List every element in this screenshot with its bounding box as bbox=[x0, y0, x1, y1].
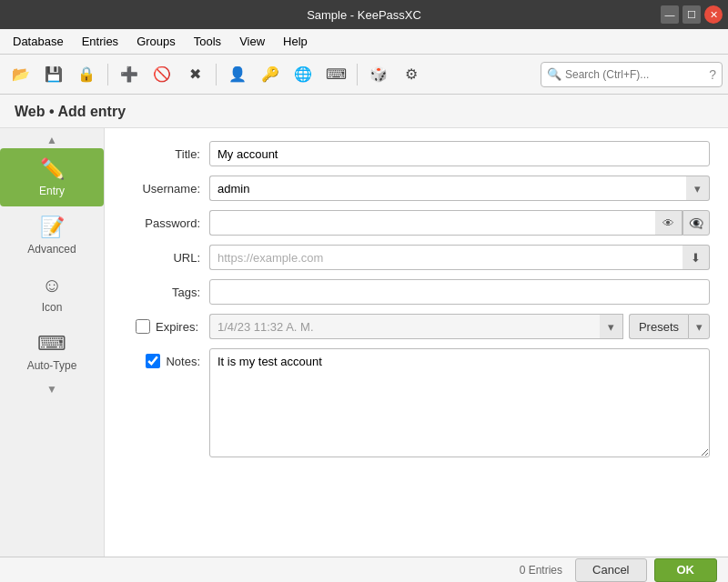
show-password-button[interactable]: 👁 bbox=[655, 210, 682, 236]
notes-textarea[interactable]: It is my test account bbox=[209, 348, 710, 457]
sidebar-scroll-down[interactable]: ▼ bbox=[46, 381, 57, 397]
search-input[interactable] bbox=[565, 68, 705, 81]
toolbar-separator-2 bbox=[216, 64, 217, 85]
form-row-password: Password: 👁 👁‍🗨 bbox=[123, 210, 710, 236]
settings-button[interactable]: ⚙ bbox=[396, 59, 427, 90]
form-row-title: Title: bbox=[123, 141, 710, 166]
globe-button[interactable]: 🌐 bbox=[288, 59, 318, 90]
url-action-button[interactable]: ⬇ bbox=[682, 245, 710, 270]
search-box[interactable]: 🔍 ? bbox=[541, 62, 723, 87]
window-controls: — ☐ ✕ bbox=[661, 5, 723, 24]
expires-input[interactable] bbox=[209, 314, 600, 339]
page-header: Web • Add entry bbox=[0, 95, 728, 128]
menu-bar: Database Entries Groups Tools View Help bbox=[0, 29, 728, 55]
expires-left: Expires: bbox=[123, 319, 209, 334]
url-input[interactable] bbox=[209, 245, 682, 270]
sidebar-label-entry: Entry bbox=[39, 185, 65, 197]
dice-button[interactable]: 🎲 bbox=[363, 59, 394, 90]
add-entry-button[interactable]: ➕ bbox=[114, 59, 145, 90]
menu-groups[interactable]: Groups bbox=[127, 31, 185, 52]
presets-group: Presets ▾ bbox=[629, 314, 710, 339]
username-group: ▾ bbox=[209, 176, 710, 201]
status-bar: 0 Entries Cancel OK bbox=[0, 557, 728, 582]
icon-icon: ☺ bbox=[42, 274, 62, 297]
notes-checkbox[interactable] bbox=[146, 354, 160, 368]
password-label: Password: bbox=[123, 216, 209, 230]
notes-label-group: Notes: bbox=[123, 348, 209, 368]
user-button[interactable]: 👤 bbox=[222, 59, 253, 90]
lock-button[interactable]: 🔒 bbox=[71, 59, 102, 90]
sidebar-scroll-up[interactable]: ▲ bbox=[46, 132, 57, 148]
username-dropdown-button[interactable]: ▾ bbox=[686, 176, 710, 201]
toolbar-separator-3 bbox=[357, 64, 358, 85]
toolbar-separator-1 bbox=[107, 64, 108, 85]
menu-view[interactable]: View bbox=[230, 31, 274, 52]
title-label: Title: bbox=[123, 147, 209, 161]
form-area: Title: Username: ▾ Password: 👁 👁‍🗨 URL: bbox=[105, 128, 728, 557]
password-button[interactable]: 🔑 bbox=[255, 59, 286, 90]
form-row-url: URL: ⬇ bbox=[123, 245, 710, 270]
notes-label: Notes: bbox=[166, 355, 200, 368]
password-input[interactable] bbox=[209, 210, 655, 236]
presets-dropdown-button[interactable]: ▾ bbox=[688, 314, 710, 339]
sidebar-item-icon[interactable]: ☺ Icon bbox=[0, 265, 104, 323]
open-button[interactable]: 📂 bbox=[5, 59, 36, 90]
expires-label: Expires: bbox=[156, 320, 198, 334]
help-icon[interactable]: ? bbox=[709, 67, 716, 82]
menu-tools[interactable]: Tools bbox=[185, 31, 230, 52]
form-row-tags: Tags: bbox=[123, 279, 710, 305]
edit-entry-button[interactable]: 🚫 bbox=[147, 59, 177, 90]
sidebar-label-autotype: Auto-Type bbox=[27, 359, 77, 372]
presets-button[interactable]: Presets bbox=[629, 314, 688, 339]
keyboard-button[interactable]: ⌨ bbox=[320, 59, 351, 90]
menu-database[interactable]: Database bbox=[4, 31, 73, 52]
cancel-button[interactable]: Cancel bbox=[575, 558, 646, 582]
delete-entry-button[interactable]: ✖ bbox=[179, 59, 210, 90]
form-row-username: Username: ▾ bbox=[123, 176, 710, 201]
sidebar-label-icon: Icon bbox=[42, 301, 63, 314]
toolbar: 📂 💾 🔒 ➕ 🚫 ✖ 👤 🔑 🌐 ⌨ 🎲 ⚙ 🔍 ? bbox=[0, 55, 728, 95]
tags-label: Tags: bbox=[123, 286, 209, 299]
form-row-expires: Expires: ▾ Presets ▾ bbox=[123, 314, 710, 339]
page-title: Web • Add entry bbox=[15, 104, 126, 119]
minimize-button[interactable]: — bbox=[661, 5, 679, 24]
url-group: ⬇ bbox=[209, 245, 710, 270]
window-title: Sample - KeePassXC bbox=[307, 8, 421, 22]
title-input[interactable] bbox=[209, 141, 710, 166]
sidebar-label-advanced: Advanced bbox=[27, 243, 76, 256]
entries-count: 0 Entries bbox=[520, 564, 562, 577]
expires-dropdown-button[interactable]: ▾ bbox=[600, 314, 623, 339]
maximize-button[interactable]: ☐ bbox=[682, 5, 701, 24]
sidebar-item-autotype[interactable]: ⌨ Auto-Type bbox=[0, 323, 104, 381]
form-row-notes: Notes: It is my test account bbox=[123, 348, 710, 457]
password-group: 👁 👁‍🗨 bbox=[209, 210, 710, 236]
save-button[interactable]: 💾 bbox=[38, 59, 69, 90]
entry-icon: ✏️ bbox=[40, 157, 65, 181]
username-input[interactable] bbox=[209, 176, 686, 201]
url-label: URL: bbox=[123, 251, 209, 265]
username-label: Username: bbox=[123, 182, 209, 196]
close-button[interactable]: ✕ bbox=[704, 5, 723, 24]
tags-input[interactable] bbox=[209, 279, 710, 305]
title-bar: Sample - KeePassXC — ☐ ✕ bbox=[0, 0, 728, 29]
search-icon: 🔍 bbox=[547, 67, 561, 81]
generate-password-button[interactable]: 👁‍🗨 bbox=[682, 210, 710, 236]
menu-help[interactable]: Help bbox=[274, 31, 317, 52]
main-content: ▲ ✏️ Entry 📝 Advanced ☺ Icon ⌨ Auto-Type… bbox=[0, 128, 728, 557]
expires-input-group: ▾ bbox=[209, 314, 623, 339]
sidebar: ▲ ✏️ Entry 📝 Advanced ☺ Icon ⌨ Auto-Type… bbox=[0, 128, 105, 557]
expires-checkbox[interactable] bbox=[136, 319, 150, 334]
ok-button[interactable]: OK bbox=[654, 558, 718, 582]
autotype-icon: ⌨ bbox=[37, 332, 66, 356]
sidebar-item-advanced[interactable]: 📝 Advanced bbox=[0, 206, 104, 265]
menu-entries[interactable]: Entries bbox=[73, 31, 127, 52]
sidebar-item-entry[interactable]: ✏️ Entry bbox=[0, 148, 104, 206]
advanced-icon: 📝 bbox=[40, 216, 65, 239]
